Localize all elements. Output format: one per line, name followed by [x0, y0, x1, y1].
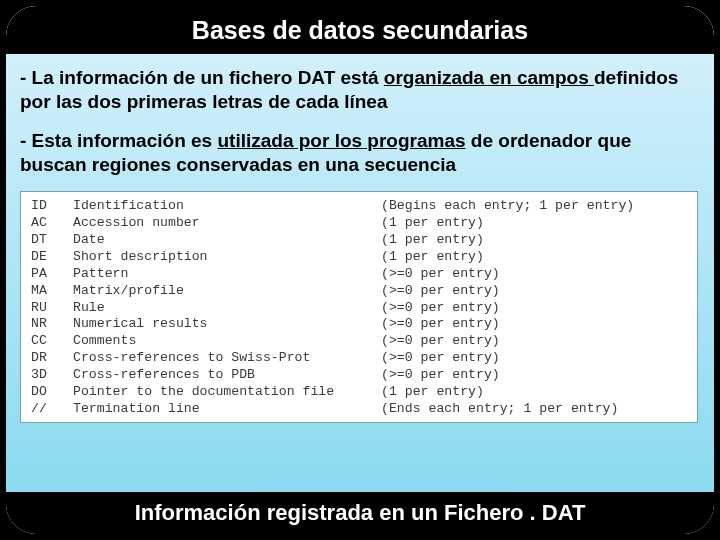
table-row: NRNumerical results(>=0 per entry): [31, 316, 687, 333]
field-label: Comments: [73, 333, 381, 350]
field-code: DE: [31, 249, 73, 266]
content-area: - La información de un fichero DAT está …: [6, 54, 714, 492]
title-bar: Bases de datos secundarias: [6, 6, 714, 54]
field-note: (>=0 per entry): [381, 367, 687, 384]
field-code: DT: [31, 232, 73, 249]
field-note: (>=0 per entry): [381, 350, 687, 367]
field-note: (Begins each entry; 1 per entry): [381, 198, 687, 215]
slide-frame: Bases de datos secundarias - La informac…: [0, 0, 720, 540]
field-code: CC: [31, 333, 73, 350]
p1-underlined: organizada en campos: [384, 67, 594, 88]
field-label: Pointer to the documentation file: [73, 384, 381, 401]
field-code: DO: [31, 384, 73, 401]
p2-underlined: utilizada por los programas: [217, 130, 465, 151]
table-row: 3DCross-references to PDB(>=0 per entry): [31, 367, 687, 384]
table-row: PAPattern(>=0 per entry): [31, 266, 687, 283]
field-label: Numerical results: [73, 316, 381, 333]
field-label: Accession number: [73, 215, 381, 232]
field-label: Matrix/profile: [73, 283, 381, 300]
field-code: //: [31, 401, 73, 418]
field-note: (>=0 per entry): [381, 283, 687, 300]
field-label: Rule: [73, 300, 381, 317]
field-note: (1 per entry): [381, 215, 687, 232]
field-label: Short description: [73, 249, 381, 266]
slide-title: Bases de datos secundarias: [192, 16, 528, 45]
field-code: AC: [31, 215, 73, 232]
field-code: PA: [31, 266, 73, 283]
footer-text: Información registrada en un Fichero . D…: [135, 500, 586, 526]
field-note: (>=0 per entry): [381, 333, 687, 350]
slide-inner: Bases de datos secundarias - La informac…: [6, 6, 714, 534]
field-note: (1 per entry): [381, 232, 687, 249]
paragraph-2: - Esta información es utilizada por los …: [20, 129, 698, 178]
field-code: ID: [31, 198, 73, 215]
field-label: Cross-references to Swiss-Prot: [73, 350, 381, 367]
field-code: 3D: [31, 367, 73, 384]
table-row: ACAccession number(1 per entry): [31, 215, 687, 232]
field-label: Date: [73, 232, 381, 249]
p1-lead: - La información de un fichero DAT está: [20, 67, 384, 88]
paragraph-1: - La información de un fichero DAT está …: [20, 66, 698, 115]
table-row: DOPointer to the documentation file(1 pe…: [31, 384, 687, 401]
field-note: (Ends each entry; 1 per entry): [381, 401, 687, 418]
field-code: NR: [31, 316, 73, 333]
table-row: DTDate(1 per entry): [31, 232, 687, 249]
footer-bar: Información registrada en un Fichero . D…: [6, 492, 714, 534]
fields-table: IDIdentification(Begins each entry; 1 pe…: [20, 191, 698, 423]
field-code: RU: [31, 300, 73, 317]
field-note: (1 per entry): [381, 384, 687, 401]
table-row: MAMatrix/profile(>=0 per entry): [31, 283, 687, 300]
field-label: Pattern: [73, 266, 381, 283]
field-label: Cross-references to PDB: [73, 367, 381, 384]
table-row: DRCross-references to Swiss-Prot(>=0 per…: [31, 350, 687, 367]
table-row: CCComments(>=0 per entry): [31, 333, 687, 350]
table-row: DEShort description(1 per entry): [31, 249, 687, 266]
table-row: RURule(>=0 per entry): [31, 300, 687, 317]
field-note: (>=0 per entry): [381, 316, 687, 333]
field-code: DR: [31, 350, 73, 367]
field-code: MA: [31, 283, 73, 300]
field-note: (>=0 per entry): [381, 266, 687, 283]
table-row: //Termination line(Ends each entry; 1 pe…: [31, 401, 687, 418]
p2-lead: - Esta información es: [20, 130, 217, 151]
field-label: Termination line: [73, 401, 381, 418]
field-note: (>=0 per entry): [381, 300, 687, 317]
field-note: (1 per entry): [381, 249, 687, 266]
table-row: IDIdentification(Begins each entry; 1 pe…: [31, 198, 687, 215]
field-label: Identification: [73, 198, 381, 215]
